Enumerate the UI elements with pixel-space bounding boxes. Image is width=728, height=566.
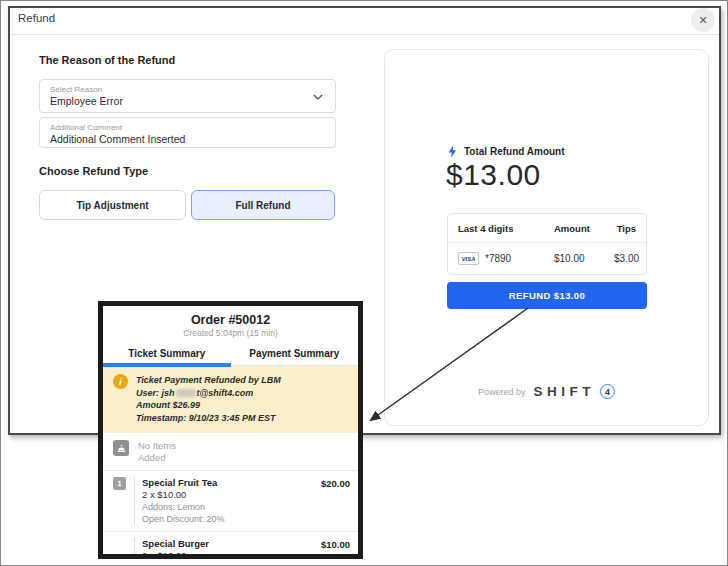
- notice-line-1: Ticket Payment Refunded by LBM: [136, 374, 281, 387]
- no-items-text: No Items Added: [138, 440, 176, 464]
- item-details: Special Fruit Tea 2 x $10.00 Addons: Lem…: [134, 477, 321, 525]
- close-button[interactable]: ✕: [691, 8, 715, 32]
- item-price: $10.00: [321, 538, 350, 559]
- refund-submit-button[interactable]: REFUND $13.00: [447, 282, 647, 309]
- reason-section-heading: The Reason of the Refund: [39, 54, 175, 66]
- header-divider: [10, 34, 719, 35]
- visa-card-icon: VISA: [458, 252, 479, 265]
- order-tabs: Ticket Summary Payment Summary: [103, 344, 358, 366]
- tab-payment-summary[interactable]: Payment Summary: [231, 344, 359, 365]
- notice-line-user: User: jsht@shift4.com: [136, 387, 281, 400]
- item-price: $20.00: [321, 477, 350, 525]
- tip-adjustment-button[interactable]: Tip Adjustment: [39, 190, 186, 220]
- dialog-title: Refund: [18, 12, 55, 24]
- order-title: Order #50012: [103, 313, 358, 327]
- total-refund-amount: $13.00: [446, 158, 541, 192]
- payment-row: VISA *7890 $10.00 $3.00: [448, 243, 646, 274]
- close-icon: ✕: [698, 15, 707, 26]
- powered-by-row: Powered by SHIFT 4: [384, 384, 709, 399]
- comment-field-value: Additional Comment Inserted: [50, 133, 325, 146]
- tab-ticket-summary[interactable]: Ticket Summary: [103, 344, 231, 365]
- item-name: Special Burger: [142, 538, 321, 550]
- item-number-badge: 1: [113, 477, 126, 490]
- payments-table: Last 4 digits Amount Tips VISA *7890 $10…: [447, 213, 647, 275]
- redacted-text: [176, 389, 196, 397]
- cloche-icon: [113, 440, 129, 456]
- refund-notice-text: Ticket Payment Refunded by LBM User: jsh…: [136, 374, 281, 424]
- info-icon: i: [113, 374, 128, 389]
- lightning-icon: [448, 145, 457, 158]
- item-qty: 2 x $10.00: [142, 489, 321, 501]
- item-details: Special Burger 2 x $10.00: [134, 538, 321, 559]
- powered-by-label: Powered by: [478, 387, 526, 397]
- order-item: 1 Special Fruit Tea 2 x $10.00 Addons: L…: [103, 471, 358, 531]
- header-tips: Tips: [614, 223, 636, 234]
- refund-notice: i Ticket Payment Refunded by LBM User: j…: [103, 366, 358, 433]
- reason-select-value: Employee Error: [50, 95, 325, 108]
- item-name: Special Fruit Tea: [142, 477, 321, 489]
- reason-select[interactable]: Select Reason Employee Error: [39, 79, 336, 113]
- refund-type-heading: Choose Refund Type: [39, 165, 148, 177]
- total-refund-label: Total Refund Amount: [464, 146, 565, 157]
- header-amount: Amount: [554, 223, 614, 234]
- comment-field-label: Additional Comment: [50, 122, 325, 133]
- total-refund-row: Total Refund Amount: [448, 145, 565, 158]
- chevron-down-icon: [313, 94, 323, 100]
- additional-comment-field[interactable]: Additional Comment Additional Comment In…: [39, 117, 336, 148]
- screenshot-frame: Refund ✕ The Reason of the Refund Select…: [0, 0, 728, 566]
- order-subtitle: Created 5:04pm (15 min): [103, 328, 358, 338]
- payment-amount: $10.00: [554, 253, 614, 264]
- payment-tips: $3.00: [614, 253, 639, 264]
- reason-select-label: Select Reason: [50, 84, 325, 95]
- full-refund-button[interactable]: Full Refund: [191, 190, 335, 220]
- notice-line-timestamp: Timestamp: 9/10/23 3:45 PM EST: [136, 412, 281, 425]
- item-addons: Addons: Lemon: [142, 501, 321, 513]
- order-popup: Order #50012 Created 5:04pm (15 min) Tic…: [98, 301, 363, 559]
- shift4-logo-digit: 4: [600, 384, 615, 399]
- item-qty: 2 x $10.00: [142, 550, 321, 559]
- header-last4: Last 4 digits: [458, 223, 554, 234]
- notice-line-amount: Amount $26.99: [136, 399, 281, 412]
- no-items-row: No Items Added: [103, 433, 358, 471]
- shift4-logo: SHIFT: [534, 384, 596, 399]
- item-discount: Open Discount: 20%: [142, 513, 321, 525]
- payments-table-header: Last 4 digits Amount Tips: [448, 214, 646, 243]
- refund-submit-label: REFUND $13.00: [509, 290, 585, 301]
- order-item: Special Burger 2 x $10.00 $10.00: [103, 531, 358, 559]
- card-last4: *7890: [485, 253, 511, 264]
